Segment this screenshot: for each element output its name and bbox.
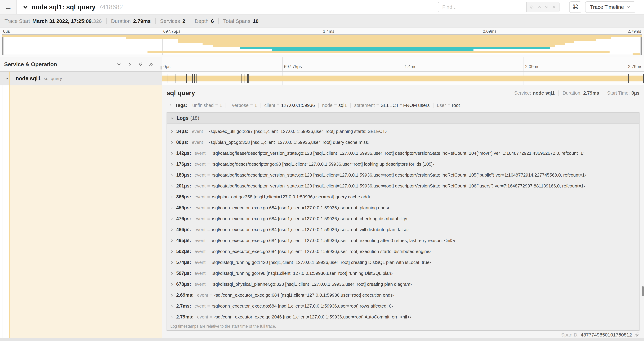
find-prev-icon[interactable] bbox=[537, 5, 542, 10]
log-marker-tick[interactable] bbox=[186, 74, 187, 83]
log-marker-tick[interactable] bbox=[643, 74, 644, 83]
log-row[interactable]: 80μs:event=‹sql/plan_opt.go:358 [nsql1,c… bbox=[170, 137, 639, 148]
log-marker-tick[interactable] bbox=[265, 74, 266, 83]
log-expand-chevron-icon[interactable] bbox=[170, 162, 174, 166]
tags-expand-chevron-icon[interactable] bbox=[168, 103, 172, 107]
span-collapse-chevron-icon[interactable] bbox=[4, 76, 9, 81]
log-row[interactable]: 574μs:event=‹sql/distsql_running.go:1420… bbox=[170, 257, 639, 268]
span-operation-name: sql query bbox=[44, 76, 62, 81]
log-row[interactable]: 2.7ms:event=‹sql/conn_executor_exec.go:6… bbox=[170, 301, 639, 311]
log-timestamp: 459μs: bbox=[176, 205, 191, 210]
log-expand-chevron-icon[interactable] bbox=[170, 228, 174, 232]
log-expand-chevron-icon[interactable] bbox=[170, 282, 174, 286]
log-row[interactable]: 459μs:event=‹sql/conn_executor_exec.go:6… bbox=[170, 202, 639, 213]
log-row[interactable]: 2.79ms:event=‹sql/conn_executor_exec.go:… bbox=[170, 311, 639, 322]
deep-link-icon[interactable] bbox=[634, 332, 640, 337]
log-expand-chevron-icon[interactable] bbox=[170, 206, 174, 210]
logs-header[interactable]: Logs (18) bbox=[167, 113, 639, 124]
minimap-span-bar bbox=[148, 51, 610, 53]
find-input[interactable] bbox=[438, 2, 526, 12]
log-marker-tick[interactable] bbox=[261, 74, 262, 83]
log-expand-chevron-icon[interactable] bbox=[170, 239, 174, 243]
span-duration-bar[interactable] bbox=[162, 76, 644, 82]
tag-separator bbox=[260, 103, 261, 108]
log-expand-chevron-icon[interactable] bbox=[170, 304, 174, 308]
log-row[interactable]: 502μs:event=‹sql/conn_executor_exec.go:6… bbox=[170, 246, 639, 257]
log-field-value: ‹sql/conn_executor_exec.go:684 [nsql1,cl… bbox=[212, 227, 409, 232]
log-expand-chevron-icon[interactable] bbox=[170, 293, 174, 297]
log-row[interactable]: 201μs:event=‹sql/catalog/lease/descripto… bbox=[170, 181, 639, 191]
log-expand-chevron-icon[interactable] bbox=[170, 271, 174, 275]
column-resizer-grip[interactable] bbox=[160, 66, 162, 70]
log-expand-chevron-icon[interactable] bbox=[170, 173, 174, 177]
log-row[interactable]: 34μs:event=‹sql/exec_util.go:2297 [nsql1… bbox=[170, 126, 639, 137]
log-marker-tick[interactable] bbox=[248, 74, 249, 83]
collapse-all-icon[interactable] bbox=[138, 62, 143, 67]
tag-value: 1 bbox=[220, 103, 222, 108]
collapse-trace-chevron-icon[interactable] bbox=[22, 4, 28, 10]
log-marker-tick[interactable] bbox=[244, 74, 244, 83]
log-row[interactable]: 678μs:event=‹sql/distsql_physical_planne… bbox=[170, 279, 639, 290]
log-expand-chevron-icon[interactable] bbox=[170, 130, 174, 133]
minimap-right-scrubber[interactable] bbox=[640, 35, 642, 55]
log-marker-tick[interactable] bbox=[247, 74, 248, 83]
log-timestamp: 201μs: bbox=[176, 183, 191, 189]
log-marker-tick[interactable] bbox=[628, 74, 629, 83]
minimap-left-scrubber[interactable] bbox=[2, 35, 4, 55]
log-marker-tick[interactable] bbox=[279, 74, 280, 83]
find-next-icon[interactable] bbox=[544, 5, 549, 10]
log-field-key: event bbox=[194, 281, 206, 287]
log-marker-tick[interactable] bbox=[168, 74, 168, 83]
log-expand-chevron-icon[interactable] bbox=[170, 141, 174, 144]
log-expand-chevron-icon[interactable] bbox=[170, 315, 174, 319]
summary-separator bbox=[190, 18, 190, 24]
log-marker-tick[interactable] bbox=[194, 74, 195, 83]
trace-view-selector[interactable]: Trace Timeline bbox=[585, 2, 635, 13]
keyboard-shortcuts-button[interactable]: ⌘ bbox=[569, 2, 581, 13]
back-button[interactable]: ← bbox=[0, 0, 16, 14]
tag-value: root bbox=[452, 103, 460, 108]
command-icon: ⌘ bbox=[572, 4, 578, 11]
log-row[interactable]: 495μs:event=‹sql/conn_executor_exec.go:6… bbox=[170, 235, 639, 246]
log-row[interactable]: 176μs:event=‹sql/catalog/descs/descripto… bbox=[170, 159, 639, 170]
ruler-gridline bbox=[282, 57, 283, 71]
expand-one-icon[interactable] bbox=[127, 62, 132, 67]
collapse-one-icon[interactable] bbox=[116, 62, 122, 67]
log-marker-tick[interactable] bbox=[225, 74, 226, 83]
log-row[interactable]: 366μs:event=‹sql/plan_opt.go:358 [nsql1,… bbox=[170, 191, 639, 202]
log-expand-chevron-icon[interactable] bbox=[170, 261, 174, 264]
log-expand-chevron-icon[interactable] bbox=[170, 217, 174, 221]
logs-collapse-chevron-icon[interactable] bbox=[170, 116, 174, 120]
ruler-time-label: 0μs bbox=[164, 64, 170, 69]
log-expand-chevron-icon[interactable] bbox=[170, 195, 174, 199]
span-row-name-cell[interactable]: node sql1 sql query bbox=[0, 72, 162, 85]
log-row[interactable]: 142μs:event=‹sql/catalog/lease/descripto… bbox=[170, 148, 639, 159]
tags-row[interactable]: Tags: _unfinished=1_verbose=1client=127.… bbox=[166, 100, 640, 110]
minimap-span-bar bbox=[178, 41, 574, 43]
expand-all-icon[interactable] bbox=[148, 62, 154, 67]
log-marker-tick[interactable] bbox=[627, 74, 627, 83]
log-field-equals: = bbox=[207, 227, 210, 232]
log-row[interactable]: 597μs:event=‹sql/distsql_running.go:498 … bbox=[170, 268, 639, 279]
log-row[interactable]: 2.69ms:event=‹sql/conn_executor_exec.go:… bbox=[170, 290, 639, 301]
log-row[interactable]: 486μs:event=‹sql/conn_executor_exec.go:6… bbox=[170, 224, 639, 235]
log-expand-chevron-icon[interactable] bbox=[170, 250, 174, 253]
span-detail-title: sql query bbox=[166, 89, 195, 97]
find-clear-icon[interactable] bbox=[552, 5, 556, 10]
log-marker-tick[interactable] bbox=[241, 74, 242, 83]
log-row[interactable]: 189μs:event=‹sql/catalog/lease/descripto… bbox=[170, 170, 639, 181]
log-marker-tick[interactable] bbox=[176, 74, 176, 83]
log-marker-tick[interactable] bbox=[192, 74, 193, 83]
summary-separator bbox=[155, 18, 156, 24]
tag-key: _verbose bbox=[230, 103, 248, 108]
log-row[interactable]: 476μs:event=‹sql/conn_executor_exec.go:6… bbox=[170, 213, 639, 224]
log-marker-tick[interactable] bbox=[246, 74, 246, 83]
minimap-canvas[interactable] bbox=[2, 35, 642, 55]
vertical-scrollbar-thumb[interactable] bbox=[642, 286, 644, 296]
log-marker-tick[interactable] bbox=[196, 74, 197, 83]
timeline-ruler[interactable]: 0μs697.75μs1.4ms2.09ms2.79ms bbox=[162, 57, 644, 72]
locate-icon[interactable] bbox=[530, 5, 534, 10]
log-expand-chevron-icon[interactable] bbox=[170, 184, 174, 188]
span-row-timeline-cell[interactable] bbox=[162, 72, 644, 85]
log-expand-chevron-icon[interactable] bbox=[170, 151, 174, 155]
